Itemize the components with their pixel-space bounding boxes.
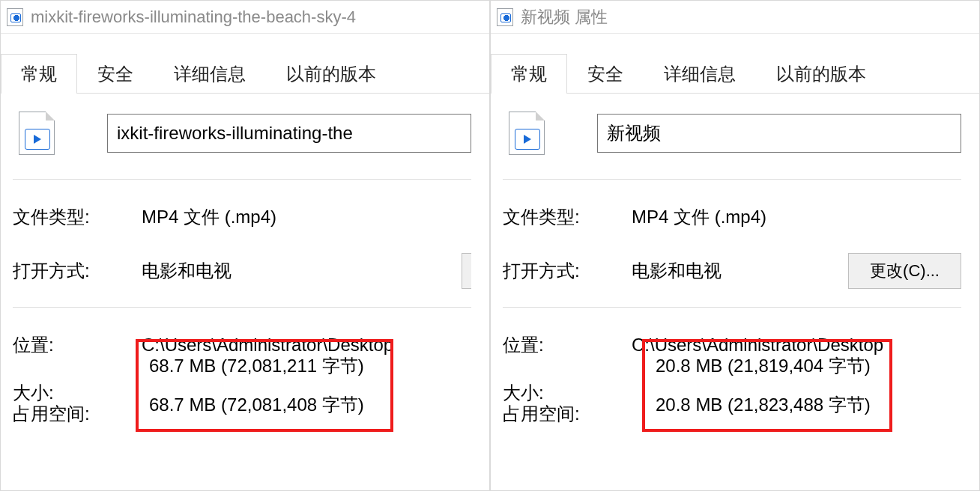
- row-open-with: 打开方式: 电影和电视: [13, 241, 471, 301]
- titlebar[interactable]: 新视频 属性: [491, 1, 979, 34]
- video-file-icon: [7, 8, 23, 26]
- properties-window-left: mixkit-fireworks-illuminating-the-beach-…: [0, 0, 490, 491]
- label-open-with: 打开方式:: [13, 259, 142, 283]
- tab-content-general: 文件类型: MP4 文件 (.mp4) 打开方式: 电影和电视 位置: C:\U…: [1, 94, 489, 438]
- change-button[interactable]: [462, 253, 471, 289]
- filename-input[interactable]: [107, 114, 471, 153]
- tab-previous-versions[interactable]: 以前的版本: [756, 54, 886, 94]
- value-size-on-disk: 68.7 MB (72,081,408 字节): [149, 393, 380, 417]
- divider: [503, 179, 961, 180]
- row-file-type: 文件类型: MP4 文件 (.mp4): [13, 193, 471, 241]
- size-highlight-box: 68.7 MB (72,081,211 字节) 68.7 MB (72,081,…: [136, 339, 393, 432]
- window-title: mixkit-fireworks-illuminating-the-beach-…: [31, 7, 356, 27]
- tab-details[interactable]: 详细信息: [644, 54, 756, 94]
- divider: [13, 179, 471, 180]
- value-open-with: 电影和电视: [632, 259, 848, 283]
- value-file-type: MP4 文件 (.mp4): [142, 205, 471, 229]
- video-file-icon: [497, 8, 513, 26]
- label-file-type: 文件类型:: [503, 205, 632, 229]
- video-file-icon: [19, 112, 55, 155]
- size-highlight-box: 20.8 MB (21,819,404 字节) 20.8 MB (21,823,…: [642, 339, 892, 432]
- value-size: 20.8 MB (21,819,404 字节): [656, 354, 879, 378]
- tab-general[interactable]: 常规: [1, 54, 77, 94]
- video-file-icon: [509, 112, 545, 155]
- label-open-with: 打开方式:: [503, 259, 632, 283]
- tab-security[interactable]: 安全: [567, 54, 644, 94]
- value-open-with: 电影和电视: [142, 259, 462, 283]
- tabstrip: 常规 安全 详细信息 以前的版本: [491, 52, 979, 94]
- value-file-type: MP4 文件 (.mp4): [632, 205, 961, 229]
- row-file-type: 文件类型: MP4 文件 (.mp4): [503, 193, 961, 241]
- divider: [503, 307, 961, 308]
- tab-content-general: 文件类型: MP4 文件 (.mp4) 打开方式: 电影和电视 更改(C)...…: [491, 94, 979, 438]
- titlebar[interactable]: mixkit-fireworks-illuminating-the-beach-…: [1, 1, 489, 34]
- filename-input[interactable]: [597, 114, 961, 153]
- properties-window-right: 新视频 属性 常规 安全 详细信息 以前的版本 文件类型: MP4 文件 (.m…: [490, 0, 980, 491]
- tab-previous-versions[interactable]: 以前的版本: [266, 54, 396, 94]
- value-size-on-disk: 20.8 MB (21,823,488 字节): [656, 393, 879, 417]
- divider: [13, 307, 471, 308]
- tab-general[interactable]: 常规: [491, 54, 567, 94]
- row-open-with: 打开方式: 电影和电视 更改(C)...: [503, 241, 961, 301]
- tab-security[interactable]: 安全: [77, 54, 154, 94]
- change-button[interactable]: 更改(C)...: [848, 253, 961, 289]
- window-title: 新视频 属性: [521, 6, 608, 28]
- tab-details[interactable]: 详细信息: [154, 54, 266, 94]
- tabstrip: 常规 安全 详细信息 以前的版本: [1, 52, 489, 94]
- value-size: 68.7 MB (72,081,211 字节): [149, 354, 380, 378]
- label-file-type: 文件类型:: [13, 205, 142, 229]
